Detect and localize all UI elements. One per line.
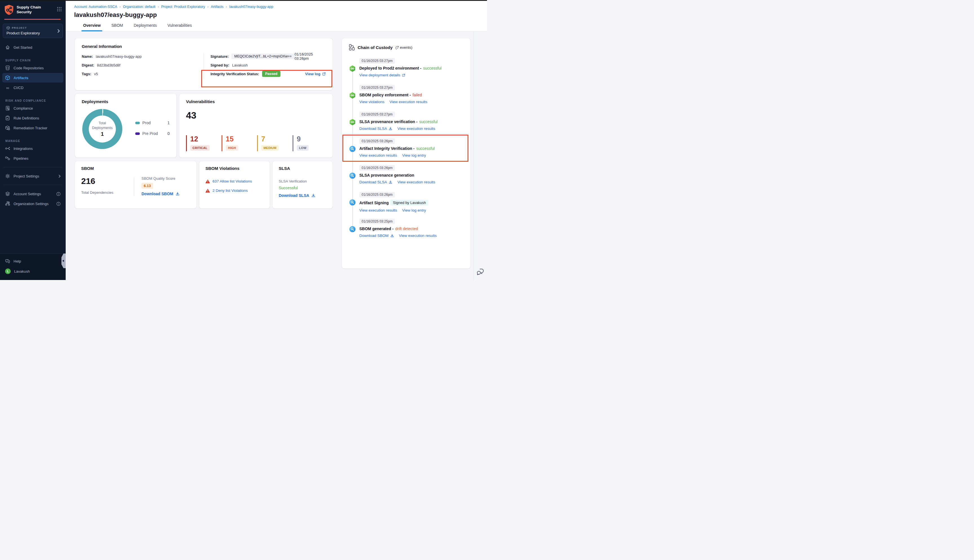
severity-high: 15 HIGH	[222, 135, 249, 151]
event-status: successful	[416, 146, 435, 151]
sidebar-item-project-settings[interactable]: Project Settings	[2, 171, 63, 181]
event-title: Artifact Signing	[359, 200, 389, 205]
pipeline-hexagon-icon	[349, 65, 356, 72]
view-deployment-details-link[interactable]: View deployment details	[359, 73, 405, 77]
sidebar-item-help[interactable]: ? Help	[2, 256, 63, 266]
view-execution-results-link[interactable]: View execution results	[390, 100, 427, 104]
vulnerabilities-total: 43	[186, 110, 326, 121]
legend-label: Prod	[142, 120, 151, 125]
sidebar-item-get-started[interactable]: Get Started	[2, 43, 63, 52]
events-count: (7 events)	[395, 45, 412, 50]
chain-of-custody-title: Chain of Custody	[358, 45, 393, 50]
view-execution-results-link[interactable]: View execution results	[359, 153, 397, 157]
help-chat-icon: ?	[5, 258, 10, 264]
sidebar-item-remediation-tracker[interactable]: Remediation Tracker	[2, 123, 63, 133]
breadcrumb-project[interactable]: Project: Product Exploratory	[161, 5, 205, 9]
breadcrumb-separator: ›	[158, 5, 159, 9]
sidebar-item-organization-settings[interactable]: Organization Settings	[2, 199, 63, 208]
view-log-entry-link[interactable]: View log entry	[402, 153, 426, 157]
sidebar-item-code-repositories[interactable]: Code Repositories	[2, 63, 63, 73]
brand-accent-rule	[4, 19, 61, 20]
tab-vulnerabilities[interactable]: Vulnerabilities	[167, 23, 192, 31]
slsa-card: SLSA SLSA Verification Successful Downlo…	[272, 161, 333, 208]
page-header: Account: Automation-SSCA› Organization: …	[66, 1, 487, 32]
view-execution-results-link[interactable]: View execution results	[397, 127, 435, 131]
sidebar: Supply Chain Security PROJECT	[0, 1, 66, 280]
view-execution-results-link[interactable]: View execution results	[399, 233, 437, 238]
breadcrumb-account[interactable]: Account: Automation-SSCA	[74, 5, 117, 9]
sidebar-item-label: Compliance	[13, 106, 33, 110]
signature-value: MEQCICde2VjIT...bL+2+mqnOXw==	[231, 53, 295, 59]
user-name: Lavakush	[14, 269, 30, 273]
card-title: SBOM Violations	[205, 166, 264, 171]
event-status: failed	[413, 93, 422, 97]
breadcrumb-separator: ›	[120, 5, 121, 9]
sidebar-item-pipelines[interactable]: Pipelines	[2, 153, 63, 163]
event-title: SBOM generated -	[359, 227, 394, 231]
signed-by-badge: Signed by Lavakush	[390, 200, 429, 206]
sidebar-item-account-settings[interactable]: Account Settings	[2, 189, 63, 198]
download-slsa-link[interactable]: Download SLSA	[359, 180, 392, 184]
info-icon[interactable]	[57, 192, 61, 196]
timeline-event-sbom-generated: 01/16/2025 03:25pm SBOM generated -drift…	[349, 218, 464, 240]
sidebar-item-user[interactable]: L Lavakush	[2, 266, 63, 276]
sidebar-item-compliance[interactable]: Compliance	[2, 103, 63, 113]
view-violations-link[interactable]: View violations	[359, 100, 384, 104]
chevron-right-icon	[58, 175, 61, 178]
external-link-icon	[322, 72, 326, 76]
breadcrumb-artifacts[interactable]: Artifacts	[211, 5, 223, 9]
sidebar-item-integrations[interactable]: Integrations	[2, 144, 63, 153]
sidebar-item-cicd[interactable]: ∞ CI/CD	[2, 83, 63, 92]
info-icon[interactable]	[57, 202, 61, 206]
sidebar-item-label: Rule Definitions	[13, 116, 39, 120]
view-execution-results-link[interactable]: View execution results	[397, 180, 435, 184]
download-slsa-label: Download SLSA	[279, 193, 309, 198]
compliance-doc-icon	[5, 106, 10, 111]
tab-overview[interactable]: Overview	[83, 23, 101, 31]
download-sbom-link[interactable]: Download SBOM	[359, 233, 394, 238]
sidebar-item-rule-definitions[interactable]: Rule Definitions	[2, 113, 63, 123]
scan-circle-icon	[349, 172, 356, 179]
timeline-event-artifact-integrity: 01/16/2025 03:26pm Artifact Integrity Ve…	[349, 138, 464, 160]
download-slsa-link[interactable]: Download SLSA	[359, 127, 392, 131]
tab-sbom[interactable]: SBOM	[111, 23, 123, 31]
download-icon	[389, 127, 392, 130]
card-title: General Information	[82, 44, 326, 49]
sidebar-item-label: CI/CD	[13, 86, 23, 90]
card-title: Vulnerabilities	[186, 99, 326, 104]
breadcrumb-organization[interactable]: Organization: default	[123, 5, 155, 9]
total-dependencies-label: Total Dependencies	[81, 190, 134, 195]
allow-list-violations-link[interactable]: 637 Allow list Violations	[212, 179, 252, 183]
view-log-link[interactable]: View log	[305, 72, 326, 76]
chat-support-icon[interactable]	[476, 268, 484, 275]
project-name: Product Exploratory	[7, 31, 55, 35]
sidebar-item-label: Remediation Tracker	[13, 126, 47, 130]
project-selector[interactable]: PROJECT Product Exploratory	[3, 24, 63, 38]
event-timestamp: 01/16/2025 03:27pm	[359, 58, 395, 64]
chain-of-custody-panel: Chain of Custody (7 events) 01/16/2025 0…	[342, 38, 470, 268]
tab-bar: Overview SBOM Deployments Vulnerabilitie…	[83, 23, 479, 31]
tags-label: Tags:	[82, 72, 91, 76]
breadcrumb-current[interactable]: lavakush07/easy-buggy-app	[229, 5, 273, 9]
sidebar-item-artifacts[interactable]: Artifacts	[2, 73, 63, 83]
legend-value: 1	[167, 120, 170, 125]
download-slsa-link[interactable]: Download SLSA	[279, 193, 326, 198]
deployments-donut-chart: TotalDeployments 1	[82, 109, 122, 149]
name-value: lavakush07/easy-buggy-app	[96, 54, 142, 58]
card-title: Deployments	[82, 99, 170, 104]
event-timestamp: 01/16/2025 03:26pm	[359, 138, 395, 144]
app-switcher-grid-icon[interactable]	[57, 7, 62, 12]
legend-label: Pre Prod	[142, 131, 158, 136]
home-icon	[5, 45, 10, 50]
download-icon	[390, 234, 394, 237]
event-title: Deployed to Prod2 environment -	[359, 66, 421, 70]
breadcrumb-separator: ›	[207, 5, 208, 9]
view-execution-results-link[interactable]: View execution results	[359, 208, 397, 212]
code-repository-icon	[5, 65, 10, 70]
timeline-event-slsa-verification: 01/16/2025 03:27pm SLSA provenance verif…	[349, 112, 464, 133]
deny-list-violations-link[interactable]: 2 Deny list Violations	[212, 188, 248, 193]
tab-deployments[interactable]: Deployments	[134, 23, 157, 31]
divider	[3, 167, 62, 167]
view-log-entry-link[interactable]: View log entry	[402, 208, 426, 212]
download-sbom-link[interactable]: Download SBOM	[142, 192, 190, 196]
